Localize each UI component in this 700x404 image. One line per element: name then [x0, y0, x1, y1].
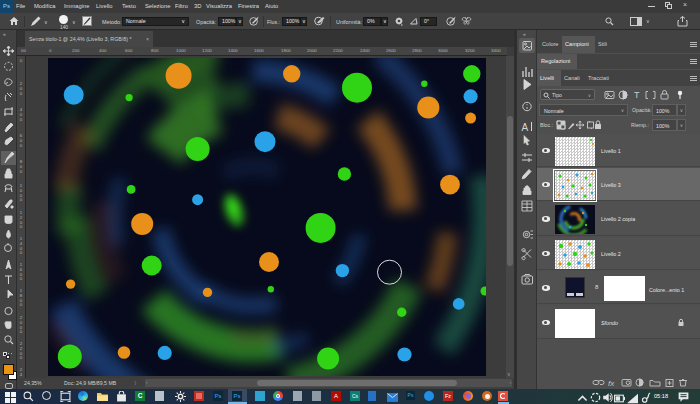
svg-text:fx: fx	[608, 379, 615, 388]
svg-text:T: T	[634, 90, 640, 100]
svg-text:A: A	[522, 122, 529, 133]
